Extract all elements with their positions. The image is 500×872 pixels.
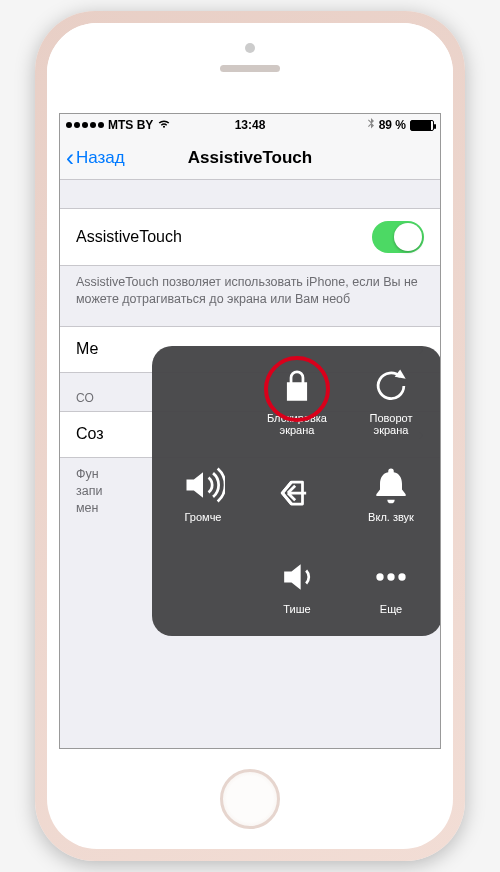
- lock-icon: [275, 364, 319, 408]
- battery-pct: 89 %: [379, 118, 406, 132]
- signal-icon: [66, 122, 104, 128]
- chevron-left-icon: ‹: [66, 146, 74, 170]
- svg-point-0: [376, 574, 383, 581]
- svg-point-1: [387, 574, 394, 581]
- more-icon: [369, 555, 413, 599]
- home-button[interactable]: [220, 769, 280, 829]
- assistivetouch-toggle-row[interactable]: AssistiveTouch: [60, 208, 440, 266]
- back-arrow-icon: [275, 471, 319, 515]
- battery-icon: [410, 120, 434, 131]
- bell-icon: [369, 463, 413, 507]
- volume-down-icon: [275, 555, 319, 599]
- at-lock-label: Блокировка экрана: [267, 412, 327, 437]
- at-more[interactable]: Еще: [344, 539, 438, 632]
- at-lock-screen[interactable]: Блокировка экрана: [250, 354, 344, 447]
- phone-bezel: MTS BY 13:48 89 %: [47, 23, 453, 849]
- toggle-switch[interactable]: [372, 221, 424, 253]
- status-bar: MTS BY 13:48 89 %: [60, 114, 440, 136]
- status-left: MTS BY: [66, 118, 171, 132]
- back-button[interactable]: ‹ Назад: [60, 146, 131, 170]
- menu-row-label: Ме: [76, 340, 98, 358]
- back-label: Назад: [76, 148, 125, 168]
- front-camera: [245, 43, 255, 53]
- at-more-label: Еще: [380, 603, 402, 616]
- bluetooth-icon: [367, 118, 375, 133]
- at-voldown-label: Тише: [283, 603, 310, 616]
- at-volume-up[interactable]: Громче: [156, 447, 250, 540]
- volume-up-icon: [181, 463, 225, 507]
- toggle-description: AssistiveTouch позволяет использовать iP…: [60, 266, 440, 326]
- at-sound-label: Вкл. звук: [368, 511, 414, 524]
- at-volup-label: Громче: [185, 511, 222, 524]
- toggle-label: AssistiveTouch: [76, 228, 182, 246]
- speaker-grille: [220, 65, 280, 72]
- at-sound-on[interactable]: Вкл. звук: [344, 447, 438, 540]
- status-right: 89 %: [367, 118, 434, 133]
- phone-frame: MTS BY 13:48 89 %: [35, 11, 465, 861]
- carrier-label: MTS BY: [108, 118, 153, 132]
- create-row-label: Соз: [76, 425, 104, 443]
- screen: MTS BY 13:48 89 %: [59, 113, 441, 749]
- svg-point-2: [398, 574, 405, 581]
- wifi-icon: [157, 118, 171, 132]
- phone-top-bezel: [47, 23, 453, 113]
- at-rotate-label: Поворот экрана: [370, 412, 413, 437]
- at-volume-down[interactable]: Тише: [250, 539, 344, 632]
- rotate-icon: [369, 364, 413, 408]
- assistivetouch-menu: Блокировка экрана Поворот экрана Громче: [152, 346, 441, 636]
- at-back[interactable]: [250, 447, 344, 540]
- at-rotate-screen[interactable]: Поворот экрана: [344, 354, 438, 447]
- nav-bar: ‹ Назад AssistiveTouch: [60, 136, 440, 180]
